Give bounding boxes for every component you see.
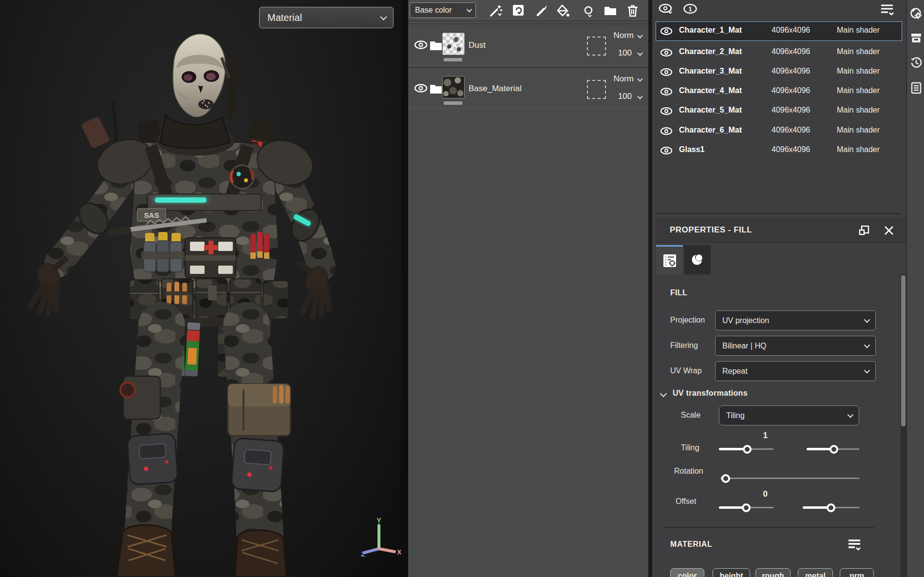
log-notes-icon[interactable] <box>910 81 923 94</box>
assets-box-icon[interactable] <box>910 32 923 44</box>
layer-thumbnail[interactable] <box>442 33 465 55</box>
chevron-down-icon[interactable] <box>637 76 642 81</box>
scale-mode-dropdown[interactable]: Tiling <box>719 405 859 425</box>
texture-set-resolution: 4096x4096 <box>772 67 810 76</box>
panel-divider[interactable] <box>401 0 408 577</box>
solo-view-icon[interactable]: 1 <box>682 2 699 16</box>
visibility-eye-icon[interactable] <box>660 107 673 115</box>
texture-set-name: Character_3_Mat <box>679 67 742 76</box>
opacity-value[interactable]: 100 <box>598 48 632 58</box>
visibility-eye-icon[interactable] <box>414 40 428 50</box>
texture-set-name: Glass1 <box>679 145 704 154</box>
tiling-u-slider[interactable] <box>719 445 773 454</box>
paint-brush-icon[interactable] <box>534 3 549 18</box>
popout-icon[interactable] <box>858 225 870 236</box>
channel-selector-dropdown[interactable]: Base color <box>410 2 476 18</box>
tab-fill-properties[interactable] <box>656 245 683 274</box>
uv-transformations-heading: UV transformations <box>673 389 748 398</box>
tiling-label: Tiling <box>681 443 699 452</box>
smart-mask-icon[interactable] <box>579 3 593 18</box>
tiling-u-value[interactable]: 1 <box>746 431 768 441</box>
texture-set-shader: Main shader <box>837 26 880 35</box>
offset-v-slider[interactable] <box>803 503 859 512</box>
texture-set-row[interactable]: Character_5_Mat 4096x4096 Main shader <box>656 101 902 121</box>
blend-mode-value[interactable]: Norm <box>595 74 634 84</box>
texture-set-shader: Main shader <box>837 106 880 115</box>
texture-set-row[interactable]: Character_3_Mat 4096x4096 Main shader <box>656 62 902 82</box>
fill-bucket-icon[interactable] <box>555 3 570 18</box>
visibility-eye-icon[interactable] <box>660 127 673 135</box>
channel-button-color[interactable]: color <box>670 568 704 577</box>
filtering-dropdown[interactable]: Bilinear | HQ <box>715 336 876 356</box>
chevron-down-icon <box>864 342 870 348</box>
chevron-down-icon <box>864 317 870 323</box>
list-menu-icon[interactable] <box>847 538 862 553</box>
layer-row-base-material[interactable]: Base_Material Norm 100 <box>408 67 648 109</box>
properties-title: PROPERTIES - FILL <box>670 225 752 235</box>
channel-button-rough[interactable]: rough <box>755 568 791 577</box>
tab-material-properties[interactable] <box>684 245 711 274</box>
layer-row-dust[interactable]: Dust Norm 100 <box>408 23 648 65</box>
projection-dropdown[interactable]: UV projection <box>715 310 876 330</box>
visibility-eye-icon[interactable] <box>660 68 673 77</box>
layer-name[interactable]: Dust <box>469 24 486 66</box>
stamp-material-icon[interactable] <box>511 3 526 18</box>
texture-set-shader: Main shader <box>837 67 880 76</box>
uv-wrap-dropdown[interactable]: Repeat <box>715 361 876 381</box>
magic-wand-icon[interactable] <box>489 3 503 18</box>
channel-button-height[interactable]: height <box>713 568 750 577</box>
texture-set-resolution: 4096x4096 <box>772 26 810 35</box>
visibility-eye-icon[interactable] <box>414 83 428 93</box>
axis-gizmo[interactable]: Y Z X <box>359 518 401 561</box>
chevron-down-icon[interactable] <box>637 50 642 56</box>
material-sphere-icon <box>691 252 704 266</box>
opacity-value[interactable]: 100 <box>598 92 632 101</box>
rotation-slider[interactable] <box>721 474 859 483</box>
texture-set-row[interactable]: Character_6_Mat 4096x4096 Main shader <box>656 121 902 141</box>
chevron-down-icon <box>380 14 387 20</box>
substance-painter-window: SAS <box>0 0 924 577</box>
folder-icon[interactable] <box>430 40 442 51</box>
texture-set-row[interactable]: Glass1 4096x4096 Main shader <box>656 141 902 160</box>
trash-icon[interactable] <box>625 3 640 18</box>
visibility-eye-icon[interactable] <box>660 146 673 155</box>
folder-icon[interactable] <box>430 83 442 94</box>
chevron-down-icon[interactable] <box>637 94 642 99</box>
axis-y-label: Y <box>377 518 381 524</box>
collapse-chevron-icon[interactable] <box>660 390 667 397</box>
channel-button-nrm[interactable]: nrm <box>840 568 874 577</box>
history-clock-icon[interactable] <box>910 56 923 69</box>
blend-mode-value[interactable]: Norm <box>595 31 634 40</box>
close-icon[interactable] <box>883 225 895 236</box>
rotation-label: Rotation <box>674 467 703 476</box>
material-section-heading: MATERIAL <box>670 540 712 549</box>
texture-set-row[interactable]: Character_4_Mat 4096x4096 Main shader <box>656 82 902 101</box>
texture-set-resolution: 4096x4096 <box>772 47 810 56</box>
list-menu-icon[interactable] <box>879 2 895 17</box>
offset-u-value[interactable]: 0 <box>746 489 768 499</box>
display-settings-sphere-gear-icon[interactable] <box>910 7 923 20</box>
visibility-refresh-icon[interactable] <box>658 2 675 16</box>
viewport-3d[interactable]: SAS <box>0 0 401 577</box>
texture-set-row[interactable]: Character_2_Mat 4096x4096 Main shader <box>656 43 902 62</box>
texture-set-name: Character_5_Mat <box>679 106 742 115</box>
section-divider <box>664 527 874 528</box>
texture-set-shader: Main shader <box>837 47 880 56</box>
chevron-down-icon[interactable] <box>637 33 642 38</box>
folder-icon[interactable] <box>603 3 618 18</box>
layer-name[interactable]: Base_Material <box>469 68 522 110</box>
viewport-display-mode-dropdown[interactable]: Material <box>259 7 394 28</box>
visibility-eye-icon[interactable] <box>660 27 673 36</box>
properties-scrollbar-thumb[interactable] <box>901 275 905 426</box>
channel-button-metal[interactable]: metal <box>798 568 833 577</box>
visibility-eye-icon[interactable] <box>660 87 673 96</box>
texture-set-shader: Main shader <box>837 86 880 95</box>
offset-u-slider[interactable] <box>719 503 773 512</box>
visibility-eye-icon[interactable] <box>660 48 673 57</box>
texture-set-row[interactable]: Character_1_Mat 4096x4096 Main shader <box>656 21 902 41</box>
layer-thumbnail[interactable] <box>442 76 465 98</box>
uv-wrap-label: UV Wrap <box>670 366 702 375</box>
tiling-v-slider[interactable] <box>807 445 859 454</box>
texture-set-name: Character_6_Mat <box>679 126 742 135</box>
chevron-down-icon <box>864 367 870 374</box>
